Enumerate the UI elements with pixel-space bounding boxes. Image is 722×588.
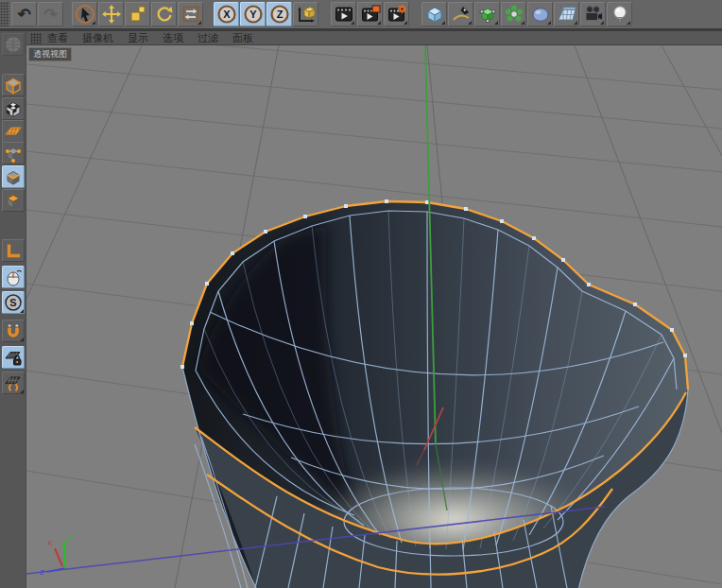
lock-y-axis-button[interactable]: Y xyxy=(240,2,266,26)
make-editable-button[interactable] xyxy=(2,33,25,56)
primitive-cube-icon xyxy=(424,4,445,25)
points-mode-button[interactable] xyxy=(2,142,25,164)
enable-axis-button[interactable] xyxy=(2,239,25,262)
coordinate-system-icon xyxy=(296,4,317,25)
add-generator-subdivision-button[interactable] xyxy=(474,2,500,26)
viewport-menubar: 查看 摄像机 显示 选项 过滤 面板 xyxy=(26,31,722,45)
lock-z-axis-button[interactable]: Z xyxy=(266,2,292,26)
camera-icon xyxy=(583,4,604,25)
render-picture-viewer-button[interactable] xyxy=(357,2,383,26)
gnomon-x-label: X xyxy=(47,539,53,547)
make-editable-icon xyxy=(4,35,23,54)
deformer-icon xyxy=(504,4,524,25)
model-mode-icon xyxy=(4,76,23,95)
scale-icon xyxy=(128,4,148,25)
add-metaball-button[interactable] xyxy=(527,2,553,26)
menu-filter[interactable]: 过滤 xyxy=(198,31,218,45)
redo-icon: ↷ xyxy=(43,7,57,23)
menu-panel[interactable]: 面板 xyxy=(232,31,253,45)
gnomon-z-label: Z xyxy=(40,568,44,577)
rotate-icon xyxy=(154,4,175,25)
workplane-lock-icon xyxy=(4,348,23,367)
viewport-view-label[interactable]: 透视视图 xyxy=(28,47,72,61)
edges-mode-icon xyxy=(4,167,23,186)
workplane-rotate-icon xyxy=(4,373,23,392)
tweak-mode-button[interactable] xyxy=(2,266,25,288)
polygons-mode-icon xyxy=(4,191,23,210)
render-view-icon xyxy=(334,4,354,25)
move-icon xyxy=(101,4,122,25)
add-camera-button[interactable] xyxy=(580,2,606,26)
texture-mode-icon xyxy=(4,99,23,118)
render-view-button[interactable] xyxy=(331,2,356,26)
add-spline-pen-button[interactable] xyxy=(448,2,473,26)
live-selection-button[interactable] xyxy=(72,2,97,26)
scale-tool-button[interactable] xyxy=(125,2,150,26)
coordinate-system-button[interactable] xyxy=(293,2,318,26)
app-window: ↶ ↷ xyxy=(0,0,722,588)
lock-x-axis-button[interactable]: X xyxy=(214,2,239,26)
redo-button[interactable]: ↷ xyxy=(38,2,63,26)
viewport-menu-grip-icon[interactable] xyxy=(30,33,42,43)
mouse-icon xyxy=(4,268,23,286)
last-tool-icon xyxy=(180,4,201,25)
workplane-lock-button[interactable] xyxy=(2,346,25,369)
texture-mode-button[interactable] xyxy=(2,97,25,120)
spline-pen-icon xyxy=(451,4,472,25)
model-mode-button[interactable] xyxy=(2,74,25,96)
floor-icon xyxy=(557,4,577,25)
workplane-mode-button[interactable] xyxy=(2,120,25,143)
svg-text:S: S xyxy=(9,297,16,308)
left-mode-toolbar: S xyxy=(0,31,26,588)
y-axis-icon: Y xyxy=(243,4,264,25)
rotate-tool-button[interactable] xyxy=(151,2,177,26)
undo-icon: ↶ xyxy=(17,7,30,23)
magnet-icon xyxy=(4,321,23,340)
svg-text:X: X xyxy=(223,9,231,20)
move-tool-button[interactable] xyxy=(98,2,124,26)
add-deformer-button[interactable] xyxy=(501,2,526,26)
polygons-mode-button[interactable] xyxy=(2,189,25,212)
menu-view[interactable]: 查看 xyxy=(47,31,68,45)
points-mode-icon xyxy=(4,144,23,163)
gnomon-y-label: Y xyxy=(68,534,74,543)
svg-text:Z: Z xyxy=(276,9,283,20)
enable-axis-icon xyxy=(4,241,23,260)
menu-display[interactable]: 显示 xyxy=(128,31,148,45)
render-picture-viewer-icon xyxy=(360,4,381,25)
metaball-icon xyxy=(530,4,551,25)
menu-cameras[interactable]: 摄像机 xyxy=(82,31,113,45)
last-tool-button[interactable] xyxy=(178,2,203,26)
live-selection-icon xyxy=(75,4,95,25)
light-icon xyxy=(610,4,630,25)
menu-options[interactable]: 选项 xyxy=(163,31,183,45)
render-settings-icon xyxy=(387,4,407,25)
z-axis-icon: Z xyxy=(269,4,290,25)
subdivision-surface-icon xyxy=(477,4,498,25)
scene-canvas: Y X Z xyxy=(26,45,722,588)
toolbar-grip[interactable] xyxy=(0,2,9,26)
x-axis-icon: X xyxy=(216,4,237,25)
top-toolbar: ↶ ↷ xyxy=(0,0,722,28)
add-environment-floor-button[interactable] xyxy=(554,2,579,26)
viewport-3d[interactable]: Y X Z 透视视图 xyxy=(26,45,722,588)
workplane-mode-icon xyxy=(4,122,23,141)
quantize-s-icon: S xyxy=(4,293,23,312)
add-light-button[interactable] xyxy=(607,2,632,26)
undo-button[interactable]: ↶ xyxy=(11,2,37,26)
svg-text:Y: Y xyxy=(249,9,257,20)
snap-quantize-button[interactable]: S xyxy=(2,291,25,314)
add-primitive-cube-button[interactable] xyxy=(421,2,447,26)
edges-mode-button[interactable] xyxy=(2,165,25,188)
render-settings-button[interactable] xyxy=(384,2,409,26)
enable-snap-magnet-button[interactable] xyxy=(2,320,25,342)
workplane-rotate-button[interactable] xyxy=(2,372,25,394)
